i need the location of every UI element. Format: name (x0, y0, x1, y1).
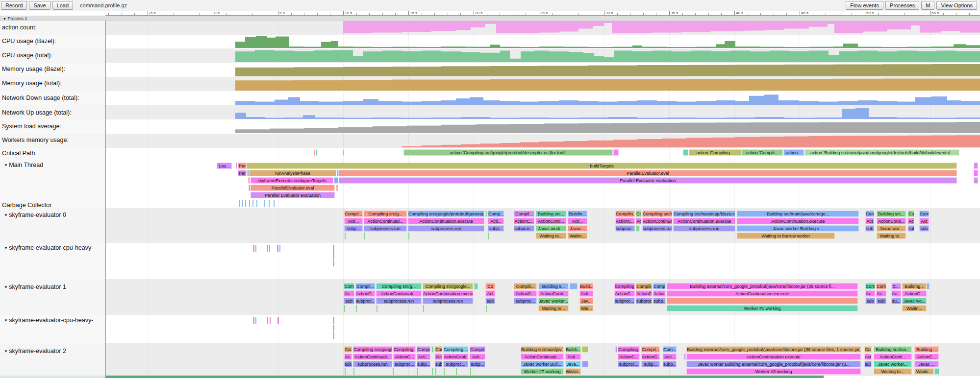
slice[interactable]: ActionConti... (874, 354, 912, 360)
slice[interactable]: Build... (579, 283, 593, 289)
slice[interactable]: Javac worker... (538, 298, 569, 304)
slice[interactable]: subproc... (614, 298, 635, 304)
slice[interactable] (974, 177, 978, 184)
slice[interactable]: action 'Building src/main/java/com/googl… (804, 149, 959, 156)
slice[interactable]: subp... (641, 361, 660, 367)
slice[interactable] (582, 361, 588, 367)
slice[interactable] (974, 163, 978, 169)
slice[interactable]: ActionContinuati... (521, 354, 564, 360)
slice[interactable]: Ac... (344, 354, 352, 360)
slice[interactable]: C... (891, 283, 901, 289)
slice[interactable]: Compil... (641, 346, 660, 353)
metadata-button[interactable]: M (921, 1, 934, 10)
slice[interactable]: subprocess.run (364, 225, 407, 232)
slice[interactable]: Building s... (538, 283, 569, 289)
slice[interactable]: Acti... (344, 218, 363, 224)
slice[interactable]: ActionC... (514, 218, 534, 224)
slice[interactable]: Act (864, 354, 872, 360)
slice[interactable]: ActionContinuation.execute (408, 218, 484, 224)
slice[interactable]: action 'Compiling... (689, 149, 741, 156)
slice[interactable]: ActionContinuati... (642, 218, 672, 224)
slice[interactable] (485, 211, 487, 217)
slice[interactable]: Javac worker Buil... (521, 361, 564, 367)
slice[interactable]: subproc... (618, 361, 640, 367)
event-tick[interactable] (277, 245, 278, 252)
slice[interactable]: sub (865, 298, 875, 304)
slice[interactable]: Worker #1 working (667, 305, 858, 311)
slice[interactable] (927, 283, 930, 289)
slice[interactable]: Acti... (579, 290, 593, 297)
slice[interactable]: Lau... (217, 163, 232, 169)
slice[interactable]: skyframeExecutor.configureTargets (251, 177, 333, 184)
slice[interactable]: Building src/main/jav... (521, 346, 564, 353)
slice[interactable]: Javac... (568, 225, 587, 232)
event-tick[interactable] (269, 245, 270, 252)
slice[interactable]: Java... (565, 361, 581, 367)
event-tick[interactable] (356, 305, 357, 312)
slice[interactable]: subp... (470, 361, 485, 367)
slice[interactable]: Com (344, 346, 352, 353)
slice[interactable] (684, 354, 686, 360)
slice[interactable]: Building src... (877, 211, 906, 217)
slice[interactable]: ActionC... (618, 354, 640, 360)
event-tick[interactable] (253, 245, 254, 252)
slice[interactable]: Compil... (470, 346, 485, 353)
event-tick[interactable] (333, 332, 334, 339)
event-tick[interactable] (255, 317, 256, 324)
event-tick[interactable] (249, 200, 250, 207)
slice[interactable]: ActionC... (615, 218, 635, 224)
slice[interactable]: subp... (663, 361, 677, 367)
record-button[interactable]: Record (1, 1, 27, 10)
slice[interactable]: ActionC... (902, 290, 927, 297)
event-tick[interactable] (267, 245, 268, 252)
event-tick[interactable] (377, 305, 377, 312)
slice[interactable]: Act (919, 218, 929, 224)
slice[interactable]: Com (865, 211, 874, 217)
track-label-skyframe-evaluator-1[interactable]: ▼ skyframe-evaluator 1 (4, 284, 66, 290)
slice[interactable]: action... (783, 149, 804, 156)
event-tick[interactable] (253, 317, 254, 324)
slice[interactable]: Compilin... (636, 283, 652, 289)
slice[interactable]: Compil... (514, 211, 534, 217)
slice[interactable]: su... (891, 298, 901, 304)
slice[interactable] (636, 225, 640, 232)
slice[interactable]: Acti... (488, 218, 504, 224)
slice[interactable] (582, 346, 588, 353)
slice[interactable] (334, 177, 338, 184)
slice[interactable]: Compiling ... (443, 346, 468, 353)
slice[interactable]: Acti... (470, 354, 485, 360)
slice[interactable]: Co (485, 283, 495, 289)
slice[interactable]: subprocess.run (353, 361, 392, 367)
counter-chart-network-up[interactable] (105, 106, 980, 119)
slice[interactable]: subproc... (514, 225, 534, 232)
slice[interactable]: ActionContinuation.execute (423, 290, 473, 297)
slice[interactable] (613, 149, 619, 156)
slice[interactable] (236, 163, 237, 169)
event-tick[interactable] (252, 200, 253, 207)
slice[interactable]: Building src/ma... (874, 346, 912, 353)
slice[interactable]: ActionConti... (877, 218, 906, 224)
slice[interactable]: Co (908, 211, 914, 217)
track-label-main-thread[interactable]: ▼ Main Thread (4, 162, 43, 168)
slice[interactable]: subproc... (393, 361, 416, 367)
slice[interactable]: ActionConti... (443, 354, 468, 360)
slice[interactable]: Building... (902, 283, 927, 289)
slice[interactable]: subproc... (443, 361, 468, 367)
event-tick[interactable] (270, 317, 271, 324)
slice[interactable]: Building external/com_google_protobuf/ja… (667, 283, 858, 289)
slice[interactable]: Compiling src/g... (376, 283, 422, 289)
counter-chart-network-down[interactable] (105, 92, 980, 105)
event-tick[interactable] (267, 317, 268, 324)
slice[interactable]: runAnalysisPhase (249, 170, 336, 176)
slice[interactable] (314, 149, 315, 156)
slice[interactable]: subp... (488, 225, 504, 232)
slice[interactable]: Compiling src/core/... (642, 211, 672, 217)
slice[interactable]: Parallel Evaluator evaluation (339, 177, 957, 184)
counter-chart-action-count[interactable] (105, 21, 980, 34)
event-tick[interactable] (423, 305, 424, 312)
event-tick[interactable] (239, 200, 240, 207)
event-tick[interactable] (333, 260, 334, 266)
slice[interactable]: Building ... (914, 346, 939, 353)
slice[interactable]: Ac... (865, 290, 875, 297)
slice[interactable]: action 'Compili... (741, 149, 783, 156)
